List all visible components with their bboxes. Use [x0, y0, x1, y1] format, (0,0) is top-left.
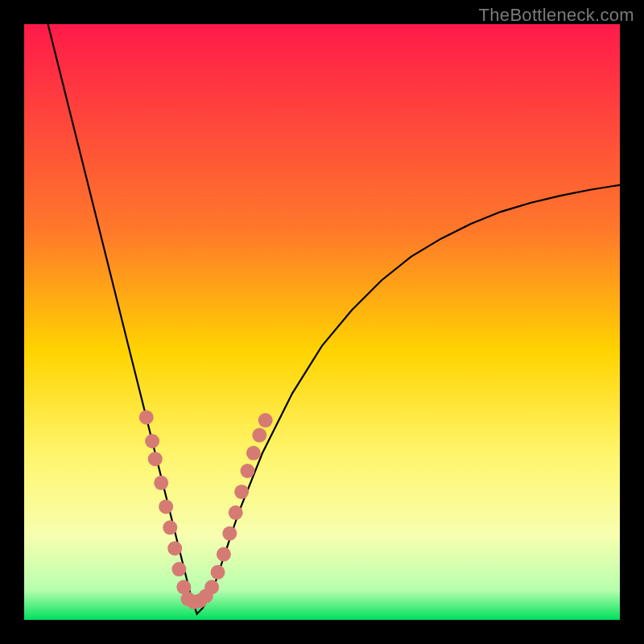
data-point: [252, 428, 266, 443]
chart-frame: TheBottleneck.com: [0, 0, 644, 644]
gradient-background: [24, 24, 620, 620]
plot-area: [24, 24, 620, 620]
watermark-text: TheBottleneck.com: [479, 5, 634, 26]
data-point: [234, 485, 249, 499]
data-point: [171, 562, 186, 576]
chart-svg: [24, 24, 620, 620]
data-point: [167, 541, 182, 555]
data-point: [148, 452, 163, 466]
data-point: [154, 476, 168, 490]
data-point: [229, 506, 243, 520]
data-point: [204, 580, 219, 594]
data-point: [163, 520, 177, 535]
data-point: [222, 526, 237, 541]
data-point: [139, 410, 154, 424]
data-point: [211, 565, 225, 580]
data-point: [241, 464, 255, 478]
data-point: [159, 499, 173, 514]
data-point: [145, 434, 159, 448]
data-point: [217, 547, 231, 562]
data-point: [258, 413, 273, 427]
data-point: [246, 446, 261, 460]
